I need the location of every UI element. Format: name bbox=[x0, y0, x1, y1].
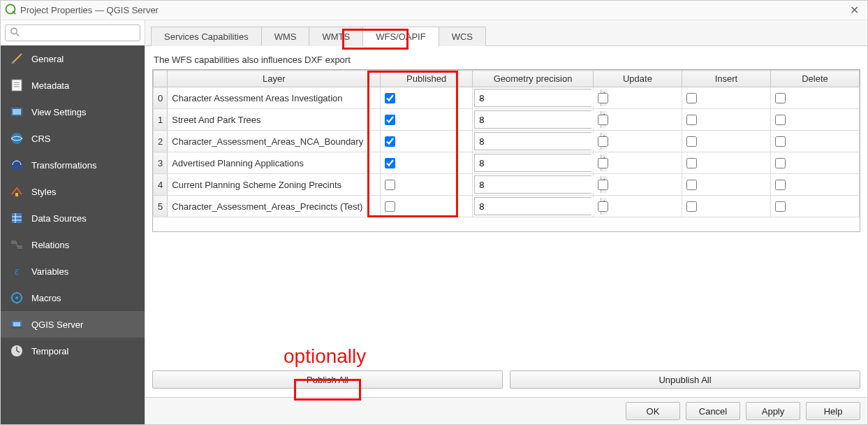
sidebar-item-data-sources[interactable]: Data Sources bbox=[1, 205, 145, 231]
tab-wms[interactable]: WMS bbox=[261, 27, 310, 46]
sidebar-item-qgis-server[interactable]: QGIS Server bbox=[1, 311, 145, 338]
precision-input[interactable] bbox=[475, 89, 601, 106]
row-index: 0 bbox=[154, 87, 168, 109]
sidebar-item-macros[interactable]: Macros bbox=[1, 284, 145, 311]
svg-rect-3 bbox=[12, 80, 22, 91]
sidebar-item-label: Macros bbox=[31, 293, 61, 303]
hint-text: The WFS capabilities also influences DXF… bbox=[154, 55, 859, 65]
table-row: 0Character Assessment Areas Investigatio… bbox=[154, 87, 860, 109]
update-checkbox[interactable] bbox=[598, 136, 608, 147]
precision-input[interactable] bbox=[475, 133, 601, 150]
insert-checkbox[interactable] bbox=[686, 115, 697, 125]
published-checkbox[interactable] bbox=[385, 158, 395, 168]
precision-spinner[interactable]: ▲▼ bbox=[474, 175, 591, 194]
sidebar-item-variables[interactable]: εVariables bbox=[1, 258, 145, 284]
row-index: 4 bbox=[154, 174, 168, 196]
update-checkbox[interactable] bbox=[598, 93, 608, 103]
insert-checkbox[interactable] bbox=[686, 180, 697, 190]
insert-checkbox[interactable] bbox=[686, 136, 697, 147]
tab-wcs[interactable]: WCS bbox=[439, 27, 486, 46]
delete-checkbox[interactable] bbox=[775, 158, 786, 168]
column-header[interactable]: Geometry precision bbox=[473, 71, 594, 87]
update-checkbox[interactable] bbox=[598, 158, 608, 168]
sidebar-item-temporal[interactable]: Temporal bbox=[1, 338, 145, 364]
layer-name-cell: Current Planning Scheme Zoning Precints bbox=[168, 174, 381, 196]
update-checkbox[interactable] bbox=[598, 180, 608, 190]
sidebar-item-metadata[interactable]: Metadata bbox=[1, 72, 145, 99]
cancel-button[interactable]: Cancel bbox=[686, 402, 740, 420]
delete-checkbox[interactable] bbox=[775, 136, 786, 147]
update-checkbox[interactable] bbox=[598, 115, 608, 125]
precision-spinner[interactable]: ▲▼ bbox=[474, 132, 591, 150]
svg-text:ε: ε bbox=[15, 266, 20, 277]
sidebar-item-label: Temporal bbox=[31, 346, 68, 356]
sidebar-item-icon bbox=[9, 51, 24, 66]
sidebar-item-styles[interactable]: Styles bbox=[1, 178, 145, 205]
row-index: 3 bbox=[154, 152, 168, 174]
delete-checkbox[interactable] bbox=[775, 201, 786, 212]
sidebar-item-view-settings[interactable]: View Settings bbox=[1, 99, 145, 125]
close-icon[interactable]: ✕ bbox=[846, 2, 863, 18]
sidebar-item-crs[interactable]: CRS bbox=[1, 125, 145, 152]
published-checkbox[interactable] bbox=[385, 201, 395, 212]
tab-wmts[interactable]: WMTS bbox=[309, 27, 363, 46]
sidebar-item-icon bbox=[9, 184, 24, 199]
sidebar-item-icon bbox=[9, 210, 24, 226]
delete-checkbox[interactable] bbox=[775, 115, 786, 125]
publish-all-button[interactable]: Publish All bbox=[152, 370, 503, 389]
sidebar-item-label: Styles bbox=[31, 187, 56, 197]
table-row: 3Advertised Planning Applications▲▼ bbox=[154, 152, 860, 174]
precision-spinner[interactable]: ▲▼ bbox=[474, 89, 591, 107]
precision-input[interactable] bbox=[475, 198, 601, 215]
sidebar-item-label: General bbox=[31, 54, 64, 64]
column-header[interactable]: Published bbox=[381, 71, 473, 87]
table-row: 2Character_Assessment_Areas_NCA_Boundary… bbox=[154, 131, 860, 152]
published-checkbox[interactable] bbox=[385, 180, 395, 190]
sidebar-item-icon bbox=[9, 237, 24, 252]
insert-checkbox[interactable] bbox=[686, 201, 697, 212]
ok-button[interactable]: OK bbox=[626, 402, 680, 420]
precision-input[interactable] bbox=[475, 176, 601, 193]
column-header[interactable]: Layer bbox=[168, 71, 381, 87]
sidebar-item-icon bbox=[9, 317, 24, 332]
precision-input[interactable] bbox=[475, 154, 601, 171]
help-button[interactable]: Help bbox=[806, 402, 860, 420]
sidebar-item-label: CRS bbox=[31, 134, 50, 144]
sidebar-item-icon bbox=[9, 343, 24, 359]
sidebar-item-icon bbox=[9, 78, 24, 93]
column-header[interactable]: Insert bbox=[682, 71, 770, 87]
precision-spinner[interactable]: ▲▼ bbox=[474, 110, 591, 129]
layer-name-cell: Character Assessment Areas Investigation bbox=[168, 87, 381, 109]
tab-wfs-oapif[interactable]: WFS/OAPIF bbox=[362, 27, 439, 46]
precision-spinner[interactable]: ▲▼ bbox=[474, 197, 591, 215]
column-header[interactable]: Delete bbox=[770, 71, 859, 87]
sidebar-search-input[interactable] bbox=[5, 24, 140, 41]
update-checkbox[interactable] bbox=[598, 201, 608, 212]
precision-spinner[interactable]: ▲▼ bbox=[474, 154, 591, 172]
apply-button[interactable]: Apply bbox=[746, 402, 800, 420]
delete-checkbox[interactable] bbox=[775, 93, 786, 103]
published-checkbox[interactable] bbox=[385, 93, 395, 103]
unpublish-all-button[interactable]: Unpublish All bbox=[510, 370, 860, 389]
sidebar-item-icon bbox=[9, 290, 24, 305]
layer-name-cell: Advertised Planning Applications bbox=[168, 152, 381, 174]
table-row: 1Street And Park Trees▲▼ bbox=[154, 109, 860, 131]
sidebar-item-general[interactable]: General bbox=[1, 45, 145, 72]
title-bar: Project Properties — QGIS Server ✕ bbox=[1, 1, 867, 20]
table-row: 4Current Planning Scheme Zoning Precints… bbox=[154, 174, 860, 196]
sidebar-item-label: View Settings bbox=[31, 107, 87, 117]
insert-checkbox[interactable] bbox=[686, 158, 697, 168]
delete-checkbox[interactable] bbox=[775, 180, 786, 190]
insert-checkbox[interactable] bbox=[686, 93, 697, 103]
precision-input[interactable] bbox=[475, 111, 601, 128]
sidebar-item-transformations[interactable]: Transformations bbox=[1, 152, 145, 178]
sidebar: GeneralMetadataView SettingsCRSTransform… bbox=[1, 20, 145, 424]
sidebar-item-relations[interactable]: Relations bbox=[1, 231, 145, 258]
published-checkbox[interactable] bbox=[385, 115, 395, 125]
tab-services-capabilities[interactable]: Services Capabilities bbox=[151, 27, 262, 46]
column-header[interactable]: Update bbox=[593, 71, 682, 87]
sidebar-item-label: Variables bbox=[31, 266, 68, 277]
published-checkbox[interactable] bbox=[385, 136, 395, 147]
sidebar-item-icon bbox=[9, 104, 24, 120]
tabs: Services CapabilitiesWMSWMTSWFS/OAPIFWCS bbox=[145, 20, 867, 46]
